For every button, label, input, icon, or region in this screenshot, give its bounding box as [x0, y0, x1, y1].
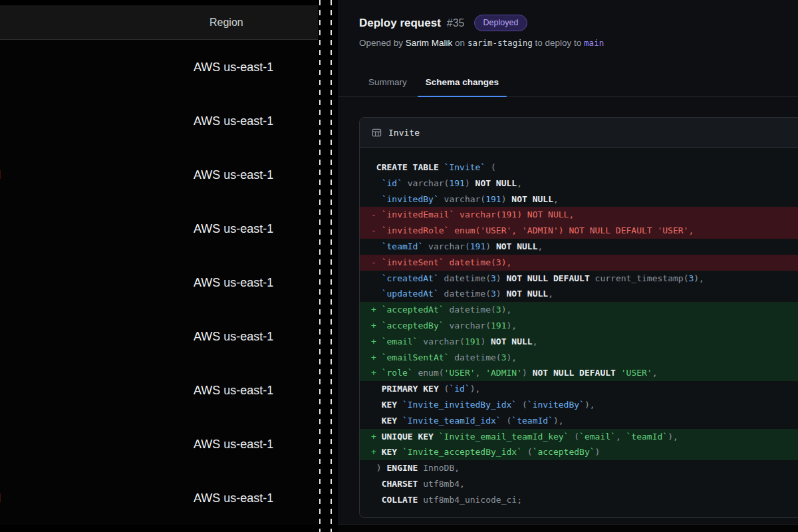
region-cell: AWS us-east-1	[194, 60, 273, 74]
table-row[interactable]: AWS us-east-1	[0, 255, 318, 309]
tab-summary[interactable]: Summary	[359, 64, 416, 96]
region-cell: AWS us-east-1	[194, 329, 273, 343]
table-row[interactable]: AWS us-east-1	[0, 363, 318, 417]
divider-dash-left	[319, 0, 321, 532]
deploy-request-header: Deploy request #35 Deployed Opened by Sa…	[338, 0, 798, 48]
region-cell: AWS us-east-1	[194, 491, 273, 505]
table-row[interactable]: AWS us-east-1	[0, 94, 318, 148]
diff-line-del: - `inviteSent` datetime(3),	[360, 255, 798, 271]
diff-line-add: + KEY `Invite_acceptedBy_idx` (`accepted…	[360, 444, 798, 460]
diff-line-del: - `invitedRole` enum('USER', 'ADMIN') NO…	[360, 223, 798, 239]
deploy-to-text: to deploy to	[535, 38, 582, 48]
diff-line-add: + UNIQUE KEY `Invite_email_teamId_key` (…	[360, 429, 798, 445]
table-row[interactable]: lAWS us-east-1	[0, 471, 318, 525]
diff-line-ctx: `invitedBy` varchar(191) NOT NULL,	[360, 192, 798, 207]
diff-line-ctx: `id` varchar(191) NOT NULL,	[360, 176, 798, 192]
table-row[interactable]: AWS us-east-1	[0, 201, 318, 255]
table-row[interactable]: lAWS us-east-1	[0, 148, 318, 201]
diff-line-add: + `acceptedAt` datetime(3),	[360, 302, 798, 318]
table-name: Invite	[388, 128, 420, 138]
table-icon	[372, 128, 382, 138]
sql-diff-view: CREATE TABLE `Invite` ( `id` varchar(191…	[360, 148, 798, 517]
region-column-header: Region	[209, 17, 243, 29]
on-text: on	[455, 38, 465, 48]
schema-diff-card-header: Invite	[360, 118, 798, 148]
regions-table: Region AWS us-east-1AWS us-east-1lAWS us…	[0, 0, 318, 532]
diff-line-ctx: COLLATE utf8mb4_unicode_ci;	[360, 492, 798, 508]
truncated-cell-text: l	[0, 168, 1, 182]
app-window: Region AWS us-east-1AWS us-east-1lAWS us…	[0, 0, 798, 532]
table-row[interactable]: AWS us-east-1	[0, 309, 318, 363]
opened-by-text: Opened by	[359, 38, 403, 48]
source-branch-link[interactable]: sarim-staging	[467, 38, 533, 48]
tab-bar: SummarySchema changes	[338, 64, 798, 97]
diff-line-del: - `invitedEmail` varchar(191) NOT NULL,	[360, 207, 798, 223]
diff-line-add: + `role` enum('USER', 'ADMIN') NOT NULL …	[360, 365, 798, 381]
region-cell: AWS us-east-1	[194, 168, 273, 182]
bottom-bar	[338, 524, 798, 532]
table-row[interactable]: AWS us-east-1	[0, 417, 318, 471]
region-cell: AWS us-east-1	[194, 275, 273, 289]
diff-line-ctx: KEY `Invite_invitedBy_idx` (`invitedBy`)…	[360, 397, 798, 413]
region-rows: AWS us-east-1AWS us-east-1lAWS us-east-1…	[0, 40, 318, 525]
diff-line-ctx: `teamId` varchar(191) NOT NULL,	[360, 239, 798, 255]
region-cell: AWS us-east-1	[194, 437, 273, 451]
author-link[interactable]: Sarim Malik	[406, 38, 453, 48]
deploy-request-number: #35	[447, 17, 465, 29]
diff-line-ctx: KEY `Invite_teamId_idx` (`teamId`),	[360, 413, 798, 429]
diff-line-ctx: CREATE TABLE `Invite` (	[360, 160, 798, 176]
diff-line-ctx: `updatedAt` datetime(3) NOT NULL,	[360, 286, 798, 302]
tab-schema-changes[interactable]: Schema changes	[416, 64, 508, 96]
diff-line-ctx: PRIMARY KEY (`id`),	[360, 381, 798, 397]
target-branch-link[interactable]: main	[584, 38, 604, 48]
deploy-request-panel: Deploy request #35 Deployed Opened by Sa…	[338, 0, 798, 532]
deploy-request-subtitle: Opened by Sarim Malik on sarim-staging t…	[359, 38, 798, 48]
diff-line-add: + `email` varchar(191) NOT NULL,	[360, 334, 798, 350]
region-cell: AWS us-east-1	[194, 114, 273, 128]
table-row[interactable]: AWS us-east-1	[0, 40, 318, 94]
table-header-row: Region	[0, 5, 318, 40]
diff-line-add: + `acceptedBy` varchar(191),	[360, 318, 798, 334]
split-divider[interactable]	[318, 0, 338, 532]
diff-line-add: + `emailSentAt` datetime(3),	[360, 350, 798, 366]
schema-diff-card: Invite CREATE TABLE `Invite` ( `id` varc…	[359, 117, 798, 518]
divider-dash-right	[331, 0, 332, 532]
diff-line-ctx: `createdAt` datetime(3) NOT NULL DEFAULT…	[360, 271, 798, 287]
region-cell: AWS us-east-1	[194, 221, 273, 235]
diff-line-ctx: ) ENGINE InnoDB,	[360, 460, 798, 476]
region-cell: AWS us-east-1	[194, 383, 273, 397]
page-title: Deploy request	[359, 17, 441, 30]
truncated-cell-text: l	[0, 491, 1, 505]
status-badge: Deployed	[474, 15, 528, 31]
diff-line-ctx: CHARSET utf8mb4,	[360, 476, 798, 492]
